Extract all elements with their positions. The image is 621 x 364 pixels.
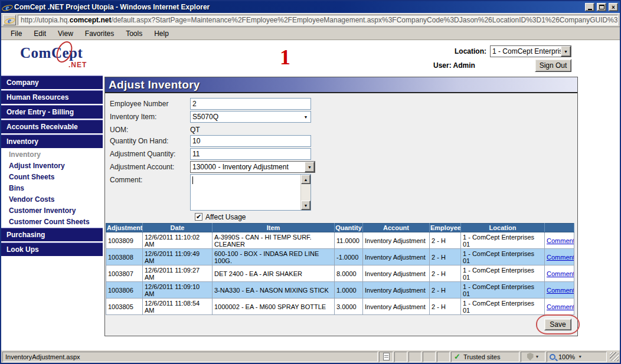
chevron-down-icon[interactable]: ▼	[578, 355, 582, 359]
sidebar-item-company[interactable]: Company	[1, 76, 103, 90]
location-row: Location: 1 - ComCept Enterprises 01 ▼	[455, 45, 571, 57]
address-bar: e http://utopia.hq.comcept.net/default.a…	[1, 13, 620, 27]
cell-employee: 2 - H	[430, 299, 461, 315]
sidebar-item-customer-inventory[interactable]: Customer Inventory	[1, 205, 103, 217]
logo-net-text: .NET	[68, 61, 87, 69]
title-bar: e ComCept .NET Project Utopia - Windows …	[1, 1, 620, 13]
chevron-down-icon[interactable]: ▼	[305, 162, 315, 172]
sidebar: CompanyHuman ResourcesOrder Entry - Bill…	[1, 76, 103, 350]
status-empty-panel	[394, 352, 407, 362]
cell-item: 1000002 - EA - M600 SPRAY BOTTLE	[213, 299, 335, 315]
url-input[interactable]: http://utopia.hq.comcept.net/default.asp…	[18, 15, 618, 25]
menu-help[interactable]: Help	[148, 28, 175, 40]
cell-comment: Comment	[545, 299, 574, 315]
cell-date: 12/6/2011 11:08:54 AM	[143, 299, 213, 315]
sidebar-item-accounts-receivable[interactable]: Accounts Receivable	[1, 120, 103, 135]
cell-account: Inventory Adjustment	[363, 249, 430, 265]
cell-adjustment: 1003809	[106, 232, 143, 249]
chevron-down-icon[interactable]: ▼	[535, 355, 540, 359]
close-button[interactable]: ×	[609, 3, 618, 11]
sidebar-item-bins[interactable]: Bins	[1, 183, 103, 194]
column-header-comment	[545, 224, 574, 232]
comment-link[interactable]: Comment	[547, 237, 574, 244]
comment-label: Comment:	[110, 174, 190, 184]
sidebar-item-count-sheets[interactable]: Count Sheets	[1, 172, 103, 183]
ie-page-icon: e	[5, 16, 14, 25]
sidebar-item-human-resources[interactable]: Human Resources	[1, 90, 103, 105]
adjustment-account-select[interactable]: 130000 - Inventory Adjustment ▼	[190, 161, 315, 173]
affect-usage-label: Affect Usage	[205, 213, 246, 221]
magnifier-icon	[550, 354, 555, 360]
minimize-button[interactable]	[585, 3, 594, 11]
cell-employee: 2 - H	[430, 232, 461, 249]
adjustment-account-label: Adjustment Account:	[110, 161, 190, 171]
privacy-panel[interactable]: ▼	[521, 352, 545, 362]
comment-link[interactable]: Comment	[547, 303, 574, 310]
url-suffix: /default.aspx?StartPage=Maintenance%2FEm…	[111, 16, 618, 24]
comment-link[interactable]: Comment	[547, 270, 574, 277]
save-button[interactable]: Save	[544, 319, 571, 330]
shield-icon	[527, 353, 534, 360]
comment-textarea[interactable]: ▲ ▼	[190, 174, 311, 211]
cell-location: 1 - ComCept Enterprises 01	[461, 282, 545, 299]
adjustment-account-value: 130000 - Inventory Adjustment	[191, 163, 305, 171]
menu-tools[interactable]: Tools	[120, 28, 148, 40]
menu-file[interactable]: File	[5, 28, 28, 40]
user-row: User: Admin Sign Out	[433, 59, 571, 72]
employee-number-field[interactable]	[190, 98, 311, 110]
column-header-item: Item	[213, 224, 335, 232]
column-header-date: Date	[143, 224, 213, 232]
menu-edit[interactable]: Edit	[28, 28, 52, 40]
sign-out-button[interactable]: Sign Out	[535, 59, 571, 72]
menu-favorites[interactable]: Favorites	[79, 28, 120, 40]
cell-quantity: 1.0000	[335, 282, 363, 299]
qty-on-hand-field[interactable]	[190, 135, 311, 147]
adjustment-qty-field[interactable]	[190, 148, 311, 160]
cell-comment: Comment	[545, 249, 574, 265]
textarea-scrollbar[interactable]: ▲ ▼	[300, 175, 310, 210]
cell-adjustment: 1003805	[106, 299, 143, 315]
cell-location: 1 - ComCept Enterprises 01	[461, 299, 545, 315]
sidebar-item-inventory[interactable]: Inventory	[1, 135, 103, 149]
page-title: Adjust Inventory	[105, 77, 577, 93]
comment-link[interactable]: Comment	[547, 287, 574, 294]
sidebar-item-adjust-inventory[interactable]: Adjust Inventory	[1, 160, 103, 172]
location-value: 1 - ComCept Enterprises 01	[491, 47, 561, 55]
affect-usage-checkbox[interactable]	[195, 213, 202, 221]
location-select[interactable]: 1 - ComCept Enterprises 01 ▼	[490, 45, 571, 57]
cell-date: 12/6/2011 11:09:10 AM	[143, 282, 213, 299]
security-zone-label: Trusted sites	[463, 353, 501, 360]
sidebar-item-purchasing[interactable]: Purchasing	[1, 228, 103, 242]
comment-link[interactable]: Comment	[547, 254, 574, 261]
table-row: 100380512/6/2011 11:08:54 AM1000002 - EA…	[106, 299, 574, 315]
user-label: User: Admin	[433, 61, 475, 70]
main-area: Adjust Inventory Employee Number Invento…	[103, 76, 620, 350]
chevron-down-icon[interactable]: ▼	[301, 115, 310, 119]
window-title: ComCept .NET Project Utopia - Windows In…	[14, 3, 583, 11]
cell-comment: Comment	[545, 282, 574, 299]
column-header-adjustment: Adjustment	[106, 224, 143, 232]
status-empty-panel	[437, 352, 450, 362]
adjustments-table: AdjustmentDateItemQuantityAccountEmploye…	[106, 223, 574, 315]
sidebar-item-customer-count-sheets[interactable]: Customer Count Sheets	[1, 217, 103, 228]
resize-grip[interactable]	[610, 352, 619, 361]
table-row: 100380912/6/2011 11:10:02 AMA-3990S - CA…	[106, 232, 574, 249]
sidebar-item-vendor-costs[interactable]: Vendor Costs	[1, 194, 103, 205]
sidebar-item-look-ups[interactable]: Look Ups	[1, 242, 103, 257]
chevron-down-icon[interactable]: ▼	[561, 46, 571, 57]
sidebar-item-order-entry-billing[interactable]: Order Entry - Billing	[1, 105, 103, 120]
zoom-panel[interactable]: 100% ▼	[547, 352, 607, 362]
cell-item: A-3990S - CAN - HI TEMP SURF. CLEANER	[213, 232, 335, 249]
inventory-item-select[interactable]: S5070Q ▼	[190, 111, 311, 123]
status-page-name: InventoryAdjustment.aspx	[2, 352, 378, 362]
location-label: Location:	[455, 47, 486, 55]
menu-view[interactable]: View	[52, 28, 79, 40]
url-prefix: http://utopia.hq.	[21, 16, 70, 24]
document-icon	[383, 353, 390, 360]
scroll-down-icon[interactable]: ▼	[301, 201, 310, 210]
cell-quantity: -1.0000	[335, 249, 363, 265]
scroll-up-icon[interactable]: ▲	[301, 175, 310, 184]
maximize-button[interactable]	[597, 3, 606, 11]
column-header-quantity: Quantity	[335, 224, 363, 232]
logo-text: ComCept	[20, 45, 83, 61]
